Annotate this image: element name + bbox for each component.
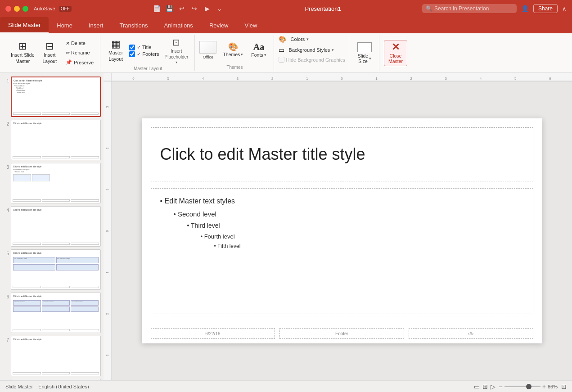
rename-button[interactable]: ✏ Rename bbox=[63, 49, 96, 57]
maximize-window-button[interactable] bbox=[23, 6, 28, 12]
slide-size-dropdown-icon: ▾ bbox=[369, 56, 371, 61]
grid-view-icon[interactable]: ⊞ bbox=[482, 383, 488, 390]
present-icon[interactable]: ▶ bbox=[203, 5, 211, 13]
footers-checkbox-label[interactable]: ✓ Footers bbox=[129, 51, 159, 57]
save-icon[interactable]: 💾 bbox=[165, 5, 173, 13]
themes-button[interactable]: 🎨 Themes ▾ bbox=[219, 41, 247, 59]
slide-canvas[interactable]: Click to edit Master title style • Edit … bbox=[112, 81, 572, 380]
thumbnail-row-6: 6 Click to edit Master title style Edit … bbox=[3, 293, 101, 333]
thumb-5-g4 bbox=[56, 264, 99, 270]
share-button[interactable]: Share bbox=[533, 4, 558, 13]
zoom-slider[interactable] bbox=[504, 386, 540, 387]
delete-label: ✕ Delete bbox=[66, 41, 86, 46]
slide-main[interactable]: Click to edit Master title style • Edit … bbox=[142, 118, 542, 343]
minimize-window-button[interactable] bbox=[14, 6, 20, 12]
zoom-plus-button[interactable]: + bbox=[542, 383, 546, 390]
thumbnail-8[interactable] bbox=[11, 379, 101, 380]
master-layout-button[interactable]: ▦ MasterLayout bbox=[105, 37, 126, 64]
thumbnail-2[interactable]: Click to edit Master title style bbox=[11, 120, 101, 160]
redo-icon[interactable]: ↪ bbox=[190, 5, 198, 13]
slide-size-label: SlideSize bbox=[358, 53, 368, 64]
slide-size-button[interactable]: SlideSize ▾ bbox=[354, 41, 375, 66]
file-icon[interactable]: 📄 bbox=[153, 5, 161, 13]
tab-transitions[interactable]: Transitions bbox=[111, 17, 156, 33]
ruler-v-p2: 2 bbox=[106, 313, 109, 315]
colors-button[interactable]: Colors ▾ bbox=[288, 35, 312, 43]
thumb-2-footer-num bbox=[71, 156, 99, 158]
thumbnail-row-1: 1 Click to edit Master title style • Edi… bbox=[3, 77, 101, 117]
thumb-1-footer-date bbox=[13, 113, 41, 115]
hide-bg-graphics-checkbox[interactable] bbox=[279, 57, 284, 63]
thumbnail-4[interactable]: Click to edit Master title style bbox=[11, 206, 101, 247]
thumb-4-footer-center bbox=[42, 243, 70, 245]
background-styles-button[interactable]: Background Styles ▾ bbox=[286, 46, 337, 54]
tab-home[interactable]: Home bbox=[49, 17, 81, 33]
footer-center-text: Footer bbox=[335, 331, 348, 336]
insert-placeholder-button[interactable]: ⊡ Insert Placeholder ▾ bbox=[162, 35, 191, 66]
normal-view-icon[interactable]: ▭ bbox=[474, 383, 480, 390]
autosave-toggle[interactable]: OFF bbox=[59, 6, 72, 12]
thumbnail-6[interactable]: Click to edit Master title style Edit Ma… bbox=[11, 293, 101, 333]
theme-preview: Office bbox=[199, 41, 216, 59]
title-checkbox[interactable] bbox=[129, 45, 135, 50]
undo-icon[interactable]: ↩ bbox=[178, 5, 186, 13]
slide-title-placeholder[interactable]: Click to edit Master title style bbox=[151, 127, 533, 181]
search-box[interactable]: 🔍 Search in Presentation bbox=[422, 4, 517, 13]
thumbnail-row-7: 7 Click to edit Master title style bbox=[3, 336, 101, 376]
theme-preview-box bbox=[199, 41, 216, 54]
thumb-5-title: Click to edit Master title style bbox=[13, 252, 99, 254]
thumb-1-content: • Edit Master text styles • Second level… bbox=[14, 83, 98, 94]
tab-slide-master[interactable]: Slide Master bbox=[0, 17, 49, 33]
thumb-5-g3 bbox=[13, 264, 55, 270]
footer-number-text: ‹#› bbox=[468, 331, 473, 336]
tab-insert[interactable]: Insert bbox=[81, 17, 112, 33]
thumb-6-g4 bbox=[13, 306, 41, 312]
insert-placeholder-label2: Placeholder bbox=[165, 54, 189, 59]
insert-slide-master-button[interactable]: ⊞ Insert SlideMaster bbox=[7, 40, 38, 66]
content-line-3: • Third level bbox=[160, 220, 524, 231]
close-window-button[interactable] bbox=[5, 6, 11, 12]
title-checkbox-label[interactable]: ✓ Title bbox=[129, 45, 159, 50]
ruler-v-0: 0 bbox=[106, 230, 109, 232]
tab-animations[interactable]: Animations bbox=[156, 17, 201, 33]
ruler-mark-p3: 3 bbox=[445, 77, 447, 81]
insert-placeholder-dropdown-icon: ▾ bbox=[176, 60, 177, 64]
ribbon: ⊞ Insert SlideMaster ⊟ InsertLayout ✕ De… bbox=[0, 33, 572, 73]
thumbnail-1[interactable]: Click to edit Master title style • Edit … bbox=[11, 77, 101, 117]
thumbnail-7[interactable]: Click to edit Master title style bbox=[11, 336, 101, 376]
zoom-slider-thumb bbox=[526, 384, 531, 389]
delete-button[interactable]: ✕ Delete bbox=[63, 39, 96, 48]
slide-content-placeholder[interactable]: • Edit Master text styles • Second level… bbox=[151, 188, 533, 314]
close-master-button[interactable]: ✕ CloseMaster bbox=[384, 40, 407, 66]
fit-slide-button[interactable]: ⊡ bbox=[561, 383, 567, 390]
more-icon[interactable]: ⌄ bbox=[216, 5, 224, 13]
tab-review[interactable]: Review bbox=[201, 17, 237, 33]
thumbnail-row-3: 3 Click to edit Master title style • Edi… bbox=[3, 163, 101, 203]
fonts-label-row: Fonts ▾ bbox=[251, 52, 266, 58]
slide-footer-center[interactable]: Footer bbox=[279, 328, 404, 339]
footers-checkbox[interactable] bbox=[129, 51, 135, 57]
insert-layout-button[interactable]: ⊟ InsertLayout bbox=[39, 40, 61, 66]
person-icon: 👤 bbox=[521, 5, 529, 12]
hide-bg-graphics-label[interactable]: Hide Background Graphics bbox=[279, 57, 345, 63]
thumbnail-3[interactable]: Click to edit Master title style • Edit … bbox=[11, 163, 101, 203]
statusbar-slide-label: Slide Master bbox=[5, 384, 33, 389]
fonts-button[interactable]: Aa Fonts ▾ bbox=[248, 41, 270, 59]
thumbnail-5[interactable]: Click to edit Master title style Edit Ma… bbox=[11, 249, 101, 290]
ruler-mark-n1: 1 bbox=[306, 77, 308, 81]
thumb-6-footer-num bbox=[71, 329, 99, 331]
autosave-label: AutoSave bbox=[34, 6, 55, 11]
tab-view[interactable]: View bbox=[237, 17, 266, 33]
slide-footer-date[interactable]: 6/22/18 bbox=[151, 328, 275, 339]
preserve-button[interactable]: 📌 Preserve bbox=[63, 58, 96, 67]
thumb-3-grid-box1 bbox=[13, 174, 31, 181]
slide-footer-number[interactable]: ‹#› bbox=[409, 328, 533, 339]
reading-view-icon[interactable]: ▷ bbox=[491, 383, 495, 390]
zoom-minus-button[interactable]: − bbox=[499, 383, 503, 390]
insert-layout-icon: ⊟ bbox=[45, 41, 54, 51]
ruler-v-p1: 1 bbox=[106, 271, 109, 273]
thumb-3-footer-date bbox=[13, 199, 41, 202]
thumb-5-g2: Edit Master text styles bbox=[56, 257, 99, 263]
ribbon-large-buttons: ⊞ Insert SlideMaster ⊟ InsertLayout ✕ De… bbox=[7, 35, 96, 71]
collapse-ribbon-icon[interactable]: ∧ bbox=[562, 5, 567, 12]
